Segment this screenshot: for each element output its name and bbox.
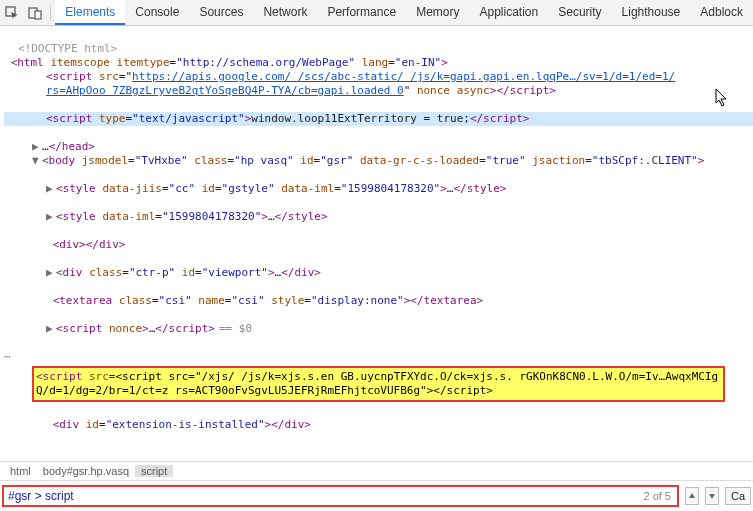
script-link-1[interactable]: <script src="https://apis.google.com/ /s…: [4, 70, 753, 98]
tab-application[interactable]: Application: [469, 0, 548, 25]
device-toggle-icon[interactable]: [23, 0, 46, 26]
html-open-line[interactable]: <html itemscope itemtype="http://schema.…: [4, 56, 448, 69]
tab-security[interactable]: Security: [548, 0, 611, 25]
find-prev-button[interactable]: [685, 487, 699, 505]
highlighted-script[interactable]: <script src=<script src="/xjs/ /js/k=xjs…: [34, 368, 723, 400]
find-cancel-button[interactable]: Ca: [725, 487, 751, 505]
highlighted-match-box[interactable]: <script src=<script src="/xjs/ /js/k=xjs…: [32, 366, 725, 402]
doctype-line[interactable]: <!DOCTYPE html>: [4, 42, 117, 55]
find-input-wrap: 2 of 5: [2, 485, 679, 507]
div2-line[interactable]: ▶<div class="ctr-p" id="viewport">…</div…: [4, 266, 753, 280]
tab-elements[interactable]: Elements: [55, 0, 125, 25]
svg-rect-2: [35, 11, 41, 19]
crumb-script[interactable]: script: [135, 465, 173, 477]
div1-line[interactable]: <div></div>: [4, 238, 753, 252]
script-nonce-line[interactable]: ▶<script nonce>…</script>== $0: [4, 322, 753, 336]
selected-script-line[interactable]: <script type="text/javascript">window.lo…: [4, 112, 753, 126]
tab-console[interactable]: Console: [125, 0, 189, 25]
ext-div-line[interactable]: <div id="extension-is-installed"></div>: [4, 418, 753, 432]
head-close-line[interactable]: ▶…</head>: [4, 140, 95, 153]
tab-sources[interactable]: Sources: [189, 0, 253, 25]
crumb-body[interactable]: body#gsr.hp.vasq: [37, 465, 135, 477]
tab-lighthouse[interactable]: Lighthouse: [612, 0, 691, 25]
find-input[interactable]: [4, 489, 637, 503]
dom-tree[interactable]: <!DOCTYPE html> <html itemscope itemtype…: [0, 26, 753, 438]
toolbar-tabs: Elements Console Sources Network Perform…: [55, 0, 753, 25]
dom-breadcrumb: html body#gsr.hp.vasq script: [0, 461, 753, 481]
body-open-line[interactable]: ▼<body jsmodel="TvHxbe" class="hp vasq" …: [4, 154, 753, 168]
crumb-html[interactable]: html: [4, 465, 37, 477]
tab-performance[interactable]: Performance: [317, 0, 406, 25]
find-count: 2 of 5: [637, 490, 677, 502]
devtools-toolbar: Elements Console Sources Network Perform…: [0, 0, 753, 26]
textarea-line[interactable]: <textarea class="csi" name="csi" style="…: [4, 294, 753, 308]
style1-line[interactable]: ▶<style data-jiis="cc" id="gstyle" data-…: [4, 182, 753, 196]
inspect-icon[interactable]: [0, 0, 23, 26]
ellipsis-line[interactable]: ⋯: [4, 350, 11, 363]
find-next-button[interactable]: [705, 487, 719, 505]
toolbar-divider: [50, 5, 51, 21]
tab-adblock[interactable]: Adblock: [690, 0, 753, 25]
tab-memory[interactable]: Memory: [406, 0, 469, 25]
style2-line[interactable]: ▶<style data-iml="1599804178320">…</styl…: [4, 210, 753, 224]
tab-network[interactable]: Network: [253, 0, 317, 25]
find-bar: 2 of 5 Ca: [2, 485, 751, 507]
